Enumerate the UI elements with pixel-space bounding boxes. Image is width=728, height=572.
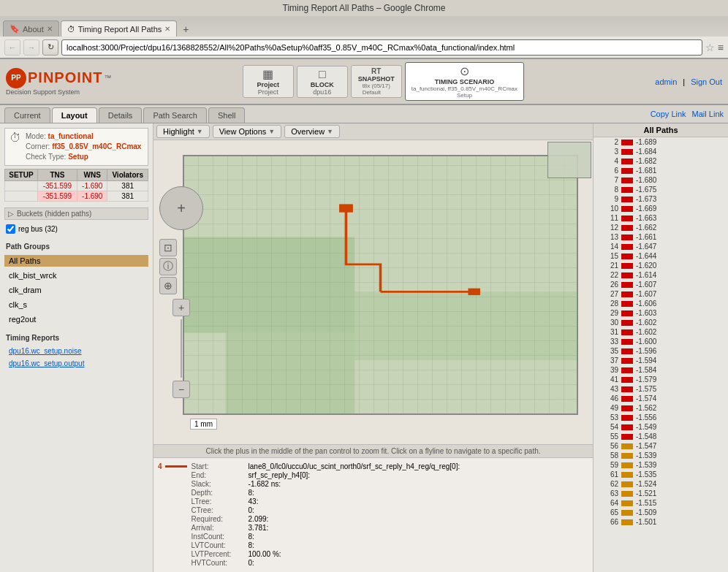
path-list-item[interactable]: 13 -1.661 <box>594 232 728 242</box>
path-list-item[interactable]: 8 -1.675 <box>594 185 728 194</box>
path-list-item[interactable]: 43 -1.575 <box>594 384 728 394</box>
highlight-button[interactable]: Highlight ▼ <box>156 125 210 138</box>
overview-button[interactable]: Overview ▼ <box>284 125 340 138</box>
browser-tab-timing[interactable]: ⏱ Timing Report All Paths ✕ <box>61 20 178 37</box>
path-list-item[interactable]: 63 -1.521 <box>594 489 728 498</box>
path-list-item[interactable]: 21 -1.620 <box>594 261 728 270</box>
path-list-item[interactable]: 39 -1.584 <box>594 365 728 375</box>
required-label: Required: <box>192 515 243 523</box>
path-list-item[interactable]: 9 -1.673 <box>594 194 728 204</box>
path-slack-value: -1.682 <box>636 157 656 165</box>
crosshair-icon[interactable]: ⊕ <box>159 277 177 294</box>
path-slack-value: -1.501 <box>636 518 656 526</box>
path-group-clk-bist-wrck[interactable]: clk_bist_wrck <box>4 270 148 281</box>
path-list-item[interactable]: 62 -1.524 <box>594 479 728 489</box>
sign-out-link[interactable]: Sign Out <box>691 77 722 86</box>
nav-tool-block[interactable]: □ BLOCK dpu16 <box>297 66 348 98</box>
reload-button[interactable]: ↻ <box>42 39 58 56</box>
path-list-item[interactable]: 27 -1.607 <box>594 289 728 299</box>
path-list-item[interactable]: 15 -1.644 <box>594 251 728 261</box>
depth-value: 8: <box>249 489 460 497</box>
path-list-item[interactable]: 10 -1.669 <box>594 204 728 213</box>
nav-tool-project[interactable]: ▦ Project Project <box>243 65 294 98</box>
path-group-clk-s[interactable]: clk_s <box>4 299 148 310</box>
zoom-fit-icon[interactable]: ⊡ <box>159 239 177 256</box>
tab-shell[interactable]: Shell <box>208 107 245 123</box>
mail-link-action[interactable]: Mail Link <box>692 110 724 118</box>
path-list-item[interactable]: 31 -1.602 <box>594 327 728 337</box>
view-options-button[interactable]: View Options ▼ <box>213 125 282 138</box>
path-list-item[interactable]: 41 -1.579 <box>594 375 728 384</box>
about-tab-close[interactable]: ✕ <box>47 25 53 33</box>
view-canvas[interactable]: + ⊡ ⓘ ⊕ + − 1 mm <box>153 140 593 444</box>
admin-link[interactable]: admin <box>655 77 677 86</box>
path-list-item[interactable]: 53 -1.556 <box>594 413 728 422</box>
path-list-item[interactable]: 11 -1.663 <box>594 213 728 223</box>
path-list-item[interactable]: 61 -1.535 <box>594 470 728 479</box>
timing-report-output[interactable]: dpu16.wc_setup.output <box>4 359 148 368</box>
bookmark-icon[interactable]: ☆ <box>705 42 715 53</box>
info-icon[interactable]: ⓘ <box>159 258 177 275</box>
copy-link-action[interactable]: Copy Link <box>651 110 686 118</box>
path-list-item[interactable]: 33 -1.600 <box>594 337 728 346</box>
path-list-item[interactable]: 6 -1.681 <box>594 166 728 175</box>
path-list-item[interactable]: 46 -1.574 <box>594 394 728 403</box>
nav-tool-snapshot[interactable]: RT SNAPSHOT t8x (05/17) Default <box>351 65 402 98</box>
forward-button[interactable]: → <box>23 39 39 56</box>
nav-tool-timing-scenario[interactable]: ⊙ TIMING SCENARIO ta_functional, ff35_0.… <box>405 62 524 101</box>
path-list-item[interactable]: 35 -1.596 <box>594 346 728 356</box>
menu-icon[interactable]: ≡ <box>718 42 724 53</box>
tab-path-search[interactable]: Path Search <box>143 107 207 123</box>
tab-current[interactable]: Current <box>4 107 50 123</box>
highlight-arrow-icon: ▼ <box>197 128 203 135</box>
path-list-item[interactable]: 3 -1.684 <box>594 147 728 156</box>
path-list-item[interactable]: 59 -1.539 <box>594 460 728 470</box>
path-bar-indicator <box>621 434 633 440</box>
path-list-item[interactable]: 65 -1.509 <box>594 508 728 517</box>
path-list-item[interactable]: 54 -1.549 <box>594 422 728 432</box>
timing-tab-close[interactable]: ✕ <box>164 25 170 33</box>
path-list-item[interactable]: 30 -1.602 <box>594 318 728 327</box>
path-group-all-paths[interactable]: All Paths <box>4 255 148 267</box>
path-list-item[interactable]: 64 -1.515 <box>594 498 728 508</box>
path-list-item[interactable]: 22 -1.614 <box>594 270 728 280</box>
path-id: 55 <box>596 432 618 441</box>
tab-nav-left: Current Layout Details Path Search Shell <box>4 107 245 123</box>
path-list-item[interactable]: 58 -1.539 <box>594 451 728 460</box>
tab-details[interactable]: Details <box>99 107 143 123</box>
path-bar-indicator <box>621 415 633 421</box>
path-group-reg2out[interactable]: reg2out <box>4 313 148 325</box>
path-bar-indicator <box>621 462 633 468</box>
header-right: admin | Sign Out <box>655 77 722 86</box>
path-list-item[interactable]: 26 -1.607 <box>594 280 728 289</box>
path-list-item[interactable]: 7 -1.680 <box>594 175 728 185</box>
path-list-item[interactable]: 28 -1.606 <box>594 299 728 308</box>
scale-label: 1 mm <box>190 419 217 430</box>
path-list-item[interactable]: 14 -1.647 <box>594 242 728 251</box>
path-list-item[interactable]: 29 -1.603 <box>594 308 728 318</box>
pan-control[interactable]: + <box>159 186 203 230</box>
zoom-out-button[interactable]: − <box>172 381 190 398</box>
arrival-label: Arrival: <box>192 524 243 532</box>
path-slack-value: -1.562 <box>636 404 656 412</box>
path-bar-indicator <box>621 253 633 259</box>
back-button[interactable]: ← <box>4 39 20 56</box>
path-list-item[interactable]: 55 -1.548 <box>594 432 728 441</box>
zoom-in-button[interactable]: + <box>172 299 190 316</box>
path-end-marker <box>468 289 479 295</box>
timing-report-noise[interactable]: dpu16.wc_setup.noise <box>4 346 148 356</box>
path-list-item[interactable]: 49 -1.562 <box>594 403 728 413</box>
url-input[interactable] <box>61 39 702 56</box>
tab-layout[interactable]: Layout <box>52 107 97 123</box>
path-list-item[interactable]: 2 -1.689 <box>594 137 728 147</box>
browser-tab-about[interactable]: 🔖 About ✕ <box>3 20 59 37</box>
path-list-item[interactable]: 66 -1.501 <box>594 517 728 527</box>
reg-bus-checkbox[interactable] <box>6 224 15 234</box>
path-list-item[interactable]: 4 -1.682 <box>594 156 728 166</box>
path-list-item[interactable]: 37 -1.594 <box>594 356 728 365</box>
path-group-clk-dram[interactable]: clk_dram <box>4 284 148 296</box>
path-list-item[interactable]: 56 -1.547 <box>594 441 728 451</box>
new-tab-button[interactable]: + <box>178 22 193 37</box>
circuit-area <box>183 155 578 415</box>
path-list-item[interactable]: 12 -1.662 <box>594 223 728 232</box>
